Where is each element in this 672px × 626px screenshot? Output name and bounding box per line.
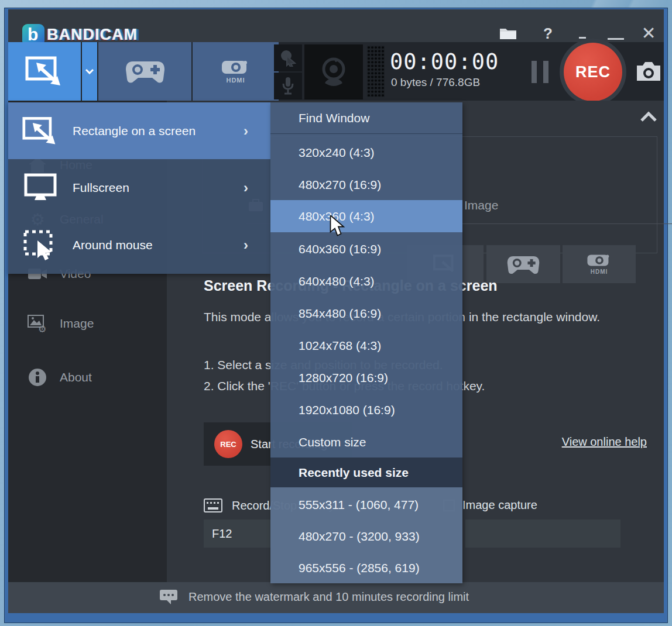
gamepad-icon xyxy=(125,58,166,85)
webcam-toggle[interactable] xyxy=(304,44,363,99)
around-mouse-icon xyxy=(8,230,73,260)
game-mode-button[interactable] xyxy=(98,42,191,101)
keyboard-icon xyxy=(204,498,222,513)
rectangle-capture-icon xyxy=(25,55,64,88)
storage-status: 0 bytes / 776.8GB xyxy=(391,76,480,89)
image-capture-hotkey-input[interactable] xyxy=(465,520,620,548)
submenu-item-size[interactable]: 320x240 (4:3) xyxy=(270,136,462,168)
webcam-icon xyxy=(318,56,349,88)
device-mode-button[interactable]: HDMI xyxy=(193,42,279,101)
small-dash-icon xyxy=(579,37,586,39)
info-icon xyxy=(26,369,49,386)
microphone-toggle[interactable] xyxy=(274,73,302,99)
submenu-item-recent-size[interactable]: 555x311 - (1060, 477) xyxy=(270,489,462,521)
gamepad-icon xyxy=(506,253,540,276)
menu-item-rectangle-on-screen[interactable]: Rectangle on a screen › xyxy=(8,102,270,159)
submenu-separator xyxy=(270,133,462,134)
help-button[interactable]: ? xyxy=(537,23,558,43)
close-icon: ✕ xyxy=(641,25,656,42)
recording-mode-menu: Rectangle on a screen › Fullscreen › Aro… xyxy=(8,102,270,274)
minimize-button[interactable] xyxy=(604,23,628,43)
minimize-icon xyxy=(608,38,624,40)
get-started-tab-image[interactable]: Image xyxy=(464,198,498,212)
upgrade-message: Remove the watermark and 10 minutes reco… xyxy=(188,590,469,604)
rectangle-mode-dropdown-button[interactable] xyxy=(82,42,97,101)
microphone-icon xyxy=(281,77,295,95)
capture-device-icon xyxy=(586,253,613,267)
app-logo-text: BANDICAM xyxy=(47,26,138,44)
submenu-item-size[interactable]: 1920x1080 (16:9) xyxy=(270,394,462,426)
image-icon: ⚙ xyxy=(26,315,49,332)
mouse-cursor xyxy=(330,215,347,236)
rec-badge: REC xyxy=(214,430,242,458)
sidebar-item-image[interactable]: ⚙ Image xyxy=(26,311,155,336)
sidebar-item-about[interactable]: About xyxy=(26,364,155,390)
question-icon: ? xyxy=(543,25,553,43)
menu-item-around-mouse[interactable]: Around mouse › xyxy=(8,216,270,273)
recently-used-size-header: Recently used size xyxy=(270,458,462,487)
menu-item-fullscreen[interactable]: Fullscreen › xyxy=(8,159,270,216)
submenu-item-custom-size[interactable]: Custom size xyxy=(270,426,462,458)
submenu-item-find-window[interactable]: Find Window xyxy=(270,102,462,133)
submenu-arrow-icon: › xyxy=(244,123,270,139)
capture-device-icon xyxy=(221,59,251,75)
chat-bubble-icon xyxy=(159,589,178,605)
submenu-item-recent-size[interactable]: 480x270 - (3200, 933) xyxy=(270,520,462,552)
chevron-up-icon xyxy=(640,111,657,123)
rectangle-mode-button[interactable] xyxy=(8,42,81,101)
submenu-item-size[interactable]: 1024x768 (4:3) xyxy=(270,329,462,362)
open-folder-button[interactable] xyxy=(496,23,520,43)
upgrade-banner[interactable]: Remove the watermark and 10 minutes reco… xyxy=(8,582,664,613)
submenu-arrow-icon: › xyxy=(244,237,270,253)
submenu-item-size[interactable]: 1280x720 (16:9) xyxy=(270,362,462,394)
svg-text:⚙: ⚙ xyxy=(38,324,46,332)
submenu-arrow-icon: › xyxy=(244,180,270,196)
titlebar: b BANDICAM ? ✕ xyxy=(8,9,664,42)
submenu-item-size[interactable]: 640x480 (4:3) xyxy=(270,265,462,297)
get-started-device-mode[interactable]: HDMI xyxy=(563,245,636,283)
pause-icon xyxy=(532,61,537,83)
folder-icon xyxy=(499,26,517,40)
submenu-item-size[interactable]: 480x270 (16:9) xyxy=(270,168,462,201)
pause-button[interactable] xyxy=(528,61,554,83)
chevron-down-icon xyxy=(85,68,94,74)
record-timer: 00:00:00 xyxy=(390,49,501,74)
rectangle-capture-icon xyxy=(8,115,73,147)
submenu-item-size[interactable]: 640x360 (16:9) xyxy=(270,233,462,265)
toolbar: HDMI 00:00:00 0 byt xyxy=(8,42,664,101)
close-button[interactable]: ✕ xyxy=(637,23,660,43)
audio-level-meter xyxy=(367,46,385,97)
desktop: b BANDICAM ? ✕ xyxy=(0,0,672,626)
rec-button[interactable]: REC xyxy=(564,43,622,101)
screenshot-button[interactable] xyxy=(636,60,661,83)
submenu-item-size[interactable]: 854x480 (16:9) xyxy=(270,297,462,329)
mouse-effect-toggle[interactable] xyxy=(274,44,302,71)
hdmi-label: HDMI xyxy=(226,77,245,84)
submenu-item-recent-size[interactable]: 965x556 - (2856, 619) xyxy=(270,552,462,584)
image-capture-label: Image capture xyxy=(462,498,537,512)
mouse-click-icon xyxy=(279,49,297,67)
get-started-game-mode[interactable] xyxy=(486,245,560,283)
size-submenu: Find Window 320x240 (4:3) 480x270 (16:9)… xyxy=(270,102,462,583)
collapse-panel-button[interactable] xyxy=(640,111,657,123)
fullscreen-icon xyxy=(8,173,73,202)
submenu-item-size-selected[interactable]: 480x360 (4:3) xyxy=(270,200,462,232)
camera-icon xyxy=(636,60,661,83)
